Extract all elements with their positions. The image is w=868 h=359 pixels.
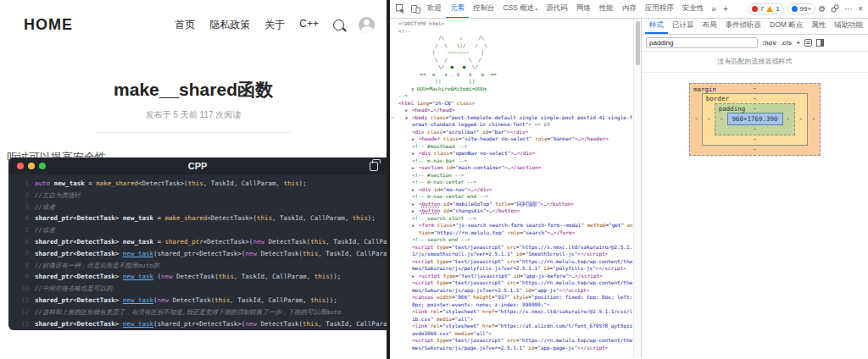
nav-item[interactable]: 关于 [264,18,285,32]
devtools-tab[interactable]: 安全性 [678,0,709,19]
devtools-tab[interactable]: 性能 [595,0,618,19]
expand-arrow-icon[interactable]: ▶ [412,222,419,229]
console-messages-badge[interactable]: 99+ [787,3,816,14]
dom-tree-line[interactable]: <!-- m-nav-center --> [390,179,633,186]
dom-tree-line[interactable]: == o ∧ . U ∧ o == [390,71,633,79]
brush-icon[interactable] [804,39,812,47]
dom-tree-line[interactable]: <script type="text/javascript" src="http… [390,279,633,294]
code-token: , TaskId, CallParam, [203,180,284,187]
dom-tree-line[interactable]: ▶<section id="main-container">…</section… [390,164,633,172]
styles-tab[interactable]: 辅助功能 [830,19,867,34]
expand-arrow-icon[interactable]: ▶ [412,150,419,157]
site-logo[interactable]: HOME [24,16,73,34]
dom-tree-line[interactable]: <link rel="stylesheet" href="https://at.… [390,323,633,337]
styles-tab[interactable]: 事件侦听器 [721,19,766,34]
styles-tab[interactable]: 布局 [698,19,721,34]
expand-arrow-icon[interactable]: ▶ [412,207,419,215]
styles-tab[interactable]: 已计算 [668,19,698,34]
dom-tree-line[interactable]: ▶<div class="openNav no-select">…</div> [390,150,633,157]
styles-sidebar: 样式已计算布局事件侦听器DOM 断点属性辅助功能 :hov .cls + 没有匹… [641,19,868,358]
dom-tree-line[interactable]: ▶<head>…</head> [390,107,633,114]
dom-tree-line[interactable]: ▶<div id="mo-nav">…</div> [390,186,633,194]
nav-item[interactable]: 首页 [175,18,195,32]
box-model-padding[interactable]: padding - - 960×1769.390 - - [715,103,796,135]
more-options-icon[interactable]: ⋯ [842,4,855,14]
dom-tree-line[interactable]: <script type="text/javascript" src="http… [390,337,633,351]
styles-tab[interactable]: 样式 [645,19,668,34]
scrollbar-thumb[interactable] [636,21,640,65]
dom-tree-line[interactable]: <!-- search start --> [390,215,633,223]
dom-tree-line[interactable]: --> [390,92,633,100]
dom-tree-line[interactable]: <!DOCTYPE html> [390,20,633,28]
dom-tree-line[interactable]: <script type="text/javascript" src="http… [390,258,633,273]
devtools-tab[interactable]: CSS 概述▴ [499,0,542,19]
dom-tree-line[interactable]: <div class="scrollbar" id="bar"></div> [390,129,633,136]
computed-sidebar-icon[interactable] [816,39,824,47]
dom-tree-line[interactable]: || || [390,78,633,86]
dom-tree-line[interactable]: <!-- m-nav-bar --> [390,157,633,165]
dom-tree-line[interactable]: <canvas width="866" height="937" style="… [390,294,633,308]
dom-tree-line[interactable]: ▶<script type="text/javascript" id="app-… [390,273,633,280]
dom-tree-line[interactable]: <script type="text/javascript" src="http… [390,244,633,258]
dom-tree-line[interactable]: \ / \ / [390,57,633,64]
nav-item[interactable]: C++ [299,18,319,32]
nav-item[interactable]: 隐私政策 [209,18,250,32]
devtools-tab[interactable]: 控制台 [469,0,499,19]
element-class-toggle[interactable]: .cls [781,39,792,47]
code-token: new_task [123,250,153,257]
inspect-element-icon[interactable] [394,3,406,15]
copy-icon[interactable] [370,162,378,171]
collapse-arrow-icon[interactable]: ▼ [405,114,412,122]
extra-tool-icon[interactable] [828,4,842,14]
dom-tree-line[interactable]: /\ ☆ /\ [390,35,633,42]
box-model-content[interactable]: 960×1769.390 [727,113,783,125]
expand-arrow-icon[interactable]: ▶ [412,164,419,172]
dom-tree-line[interactable]: ⋯▼<body class="post-template-default sin… [390,114,633,129]
line-number: 4 [15,213,29,224]
style-filter-input[interactable] [646,37,758,48]
more-tabs-button[interactable]: » [708,4,720,14]
expand-arrow-icon[interactable]: ▶ [412,186,419,194]
settings-gear-icon[interactable]: ⚙ [815,4,828,14]
dom-tree-line[interactable]: <link rel="stylesheet" href="https://s.n… [390,308,633,323]
elements-scrollbar[interactable] [633,19,641,358]
new-style-rule-button[interactable]: + [796,39,800,47]
styles-tab[interactable]: DOM 断点 [765,19,807,34]
expand-arrow-icon[interactable]: ▶ [412,135,419,143]
dom-tree-line[interactable]: <!-- search end --> [390,236,633,244]
devtools-tab[interactable]: 元素 [446,0,469,19]
box-model-margin[interactable]: margin - - border - - padding - [689,83,821,156]
dom-tree-line[interactable]: ▶<header class="site-header no-select" r… [390,135,633,143]
devtools-tab[interactable]: 网络 [572,0,595,19]
dom-tree-line[interactable]: ▶<button id="mobileGoTop" title="回到顶部">…… [390,201,633,208]
search-icon[interactable] [333,19,344,30]
more-gutter-button[interactable]: ⋯ [391,114,393,122]
dom-tree-line[interactable]: <!-- #section --> [390,172,633,180]
styles-tab[interactable]: 属性 [807,19,830,34]
device-toolbar-icon[interactable] [409,3,421,15]
devtools-tab[interactable]: 源代码 [542,0,572,19]
devtools-tab[interactable]: 应用程序 [641,0,678,19]
new-tab-button[interactable]: + [720,4,732,14]
devtools-tab[interactable]: 内存 [618,0,641,19]
dom-tree-line[interactable]: ╒ UUU=Mashiro&Hitomi=UUU╕ [390,86,633,93]
avatar[interactable] [359,17,375,33]
dom-token: <canvas [412,294,433,300]
pseudo-state-toggle[interactable]: :hov [762,39,776,47]
expand-arrow-icon[interactable]: ▶ [412,201,419,208]
dom-tree-line[interactable]: \/ ● ● \/ [390,64,633,71]
dom-tree-line[interactable]: | ~~~~~~~ | [390,49,633,57]
dom-tree-line[interactable]: ▶<button id="changskin">…</button> [390,207,633,215]
expand-arrow-icon[interactable]: ▶ [412,273,419,280]
dom-tree-line[interactable]: ▶<form class="js-search search-form sear… [390,222,633,236]
expand-arrow-icon[interactable]: ▶ [405,107,412,114]
dom-tree-line[interactable]: <!-- m-nav-center end --> [390,193,633,201]
dom-tree-line[interactable]: / \ \|/ / \ [390,42,633,50]
issues-badge[interactable]: 7 1 [748,3,784,14]
dom-tree-line[interactable]: <!-- [390,28,633,36]
box-model-border[interactable]: border - - padding - - 960×1769.390 [702,93,808,146]
close-devtools-icon[interactable]: × [855,4,865,14]
dom-tree-line[interactable]: <html lang="zh-CN" class> [390,100,633,108]
dom-tree-line[interactable]: <!-- #masthead --> [390,143,633,151]
devtools-tab[interactable]: 欢迎 [423,0,446,19]
